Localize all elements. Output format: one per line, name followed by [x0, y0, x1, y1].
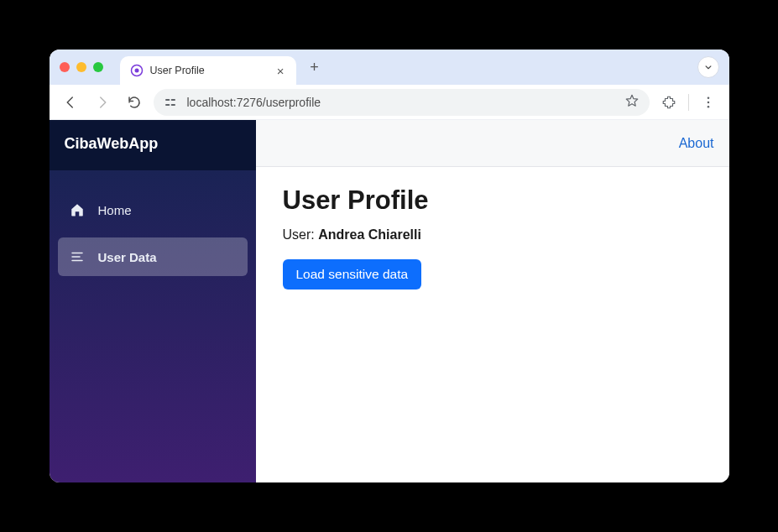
window-controls	[60, 62, 103, 72]
user-name: Andrea Chiarelli	[318, 227, 421, 242]
brand-title: CibaWebApp	[50, 120, 256, 167]
sidebar-item-label: User Data	[98, 250, 157, 264]
back-button[interactable]	[58, 90, 83, 115]
user-line: User: Andrea Chiarelli	[283, 227, 702, 243]
new-tab-button[interactable]: +	[303, 55, 326, 79]
sidebar-item-label: Home	[98, 203, 132, 217]
toolbar-separator	[688, 94, 689, 111]
reload-button[interactable]	[122, 90, 147, 115]
svg-point-6	[707, 96, 709, 99]
sidebar-item-home[interactable]: Home	[58, 190, 248, 229]
svg-point-8	[707, 105, 709, 107]
browser-menu-button[interactable]	[696, 90, 721, 115]
window-maximize-button[interactable]	[93, 62, 103, 72]
svg-point-7	[707, 101, 709, 103]
extensions-icon[interactable]	[656, 90, 681, 115]
app-root: CibaWebApp Home User Data About	[50, 120, 729, 482]
sidebar: CibaWebApp Home User Data	[50, 120, 256, 482]
page-content: User Profile User: Andrea Chiarelli Load…	[256, 167, 729, 308]
sidebar-item-user-data[interactable]: User Data	[58, 237, 248, 276]
sidebar-nav: Home User Data	[50, 167, 256, 276]
user-prefix: User:	[283, 227, 319, 242]
blazor-favicon-icon	[130, 64, 144, 77]
list-icon	[70, 249, 86, 264]
svg-point-1	[134, 69, 138, 73]
tab-close-icon[interactable]: ×	[275, 64, 286, 78]
tabbar-chevron-button[interactable]	[697, 56, 719, 78]
window-minimize-button[interactable]	[76, 62, 86, 72]
site-settings-icon[interactable]	[164, 96, 179, 109]
svg-rect-5	[170, 104, 175, 106]
address-bar[interactable]: localhost:7276/userprofile	[154, 89, 650, 116]
url-text: localhost:7276/userprofile	[187, 96, 616, 109]
page-title: User Profile	[283, 185, 702, 216]
tab-title: User Profile	[150, 65, 269, 76]
about-link[interactable]: About	[679, 136, 714, 151]
window-close-button[interactable]	[60, 62, 70, 72]
svg-rect-2	[165, 99, 170, 101]
svg-rect-3	[170, 99, 175, 101]
home-icon	[70, 202, 86, 217]
main-area: About User Profile User: Andrea Chiarell…	[256, 120, 729, 482]
browser-toolbar: localhost:7276/userprofile	[50, 85, 729, 120]
browser-tabbar: User Profile × +	[50, 50, 729, 85]
bookmark-star-icon[interactable]	[624, 93, 640, 111]
svg-rect-4	[165, 104, 170, 106]
load-sensitive-data-button[interactable]: Load sensitive data	[283, 259, 422, 289]
forward-button[interactable]	[90, 90, 115, 115]
browser-tab[interactable]: User Profile ×	[120, 56, 296, 85]
topbar: About	[256, 120, 729, 167]
browser-window: User Profile × + localhost:7276/userprof…	[50, 50, 729, 482]
